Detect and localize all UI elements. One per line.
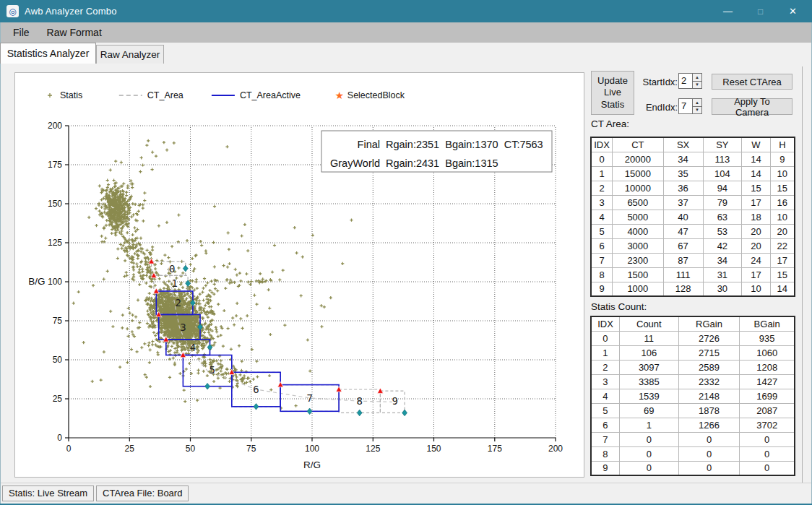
- ct-area-title: CT Area:: [591, 118, 629, 129]
- table-row[interactable]: 115000351041410: [591, 166, 795, 181]
- menu-item-raw-format[interactable]: Raw Format: [38, 22, 111, 43]
- maximize-button[interactable]: □: [744, 0, 777, 22]
- svg-text:100: 100: [48, 277, 62, 287]
- table-row[interactable]: 9000: [591, 461, 795, 475]
- table-cell: 2: [591, 360, 619, 374]
- table-cell: 2332: [678, 374, 740, 389]
- start-idx-down-icon[interactable]: ▼: [692, 82, 702, 90]
- table-cell: 104: [703, 166, 742, 181]
- tab-bar: Statistics AnalyzerRaw Analyzer: [0, 43, 812, 64]
- table-row[interactable]: 2309725891208: [591, 360, 795, 374]
- table-cell: 1: [619, 418, 678, 432]
- column-header-h: H: [770, 137, 795, 152]
- close-button[interactable]: ✕: [777, 0, 809, 22]
- svg-text:175: 175: [488, 444, 502, 454]
- table-cell: 2715: [678, 345, 740, 360]
- table-cell: 3097: [619, 360, 678, 374]
- table-row[interactable]: 21000036941515: [591, 181, 795, 195]
- table-row[interactable]: 3650037791716: [591, 195, 795, 210]
- table-cell: 14: [742, 152, 770, 166]
- table-row[interactable]: 91000128301014: [591, 282, 795, 296]
- svg-text:150: 150: [426, 444, 441, 454]
- statis-count-table: IDXCountRGainBGain 011272693511062715106…: [590, 316, 795, 476]
- table-cell: 63: [703, 210, 742, 224]
- table-cell: 2726: [678, 331, 740, 345]
- table-row[interactable]: 4153921481699: [591, 389, 795, 403]
- table-cell: 17: [742, 195, 770, 210]
- svg-text:CT_AreaActive: CT_AreaActive: [240, 90, 301, 100]
- table-row[interactable]: 7230087342417: [591, 253, 795, 267]
- table-cell: 10: [770, 166, 795, 181]
- end-idx-value[interactable]: 7: [678, 98, 692, 114]
- end-idx-label: EndIdx:: [637, 102, 678, 113]
- table-row[interactable]: 02000034113149: [591, 152, 795, 166]
- table-cell: 14: [770, 282, 795, 296]
- table-row[interactable]: 81500111311715: [591, 267, 795, 282]
- table-cell: 20000: [613, 152, 664, 166]
- title-bar[interactable]: ◎ Awb Analyzer Combo —□✕: [0, 0, 812, 22]
- start-idx-stepper[interactable]: 2 ▲ ▼: [678, 73, 702, 89]
- reset-ctarea-button[interactable]: Reset CTArea: [712, 74, 792, 90]
- table-cell: 22: [770, 238, 795, 253]
- update-live-statis-button[interactable]: Update Live Statis: [591, 71, 634, 115]
- svg-text:Rgain:2431 Bgain:1315: Rgain:2431 Bgain:1315: [386, 157, 498, 169]
- table-cell: 8: [591, 267, 613, 282]
- table-cell: 106: [619, 345, 678, 360]
- table-row[interactable]: 7000: [591, 432, 795, 446]
- table-cell: 4: [591, 389, 619, 403]
- svg-text:75: 75: [53, 316, 63, 326]
- table-cell: 6: [591, 418, 619, 432]
- table-cell: 9: [591, 461, 619, 475]
- table-row[interactable]: 6112663702: [591, 418, 795, 432]
- menu-item-file[interactable]: File: [4, 22, 38, 43]
- selected-block-star-icon: ★: [335, 90, 345, 101]
- awb-scatter-chart: 0123456789002525505075751001001251251501…: [15, 73, 584, 477]
- table-cell: 0: [619, 461, 678, 475]
- table-cell: 5: [591, 224, 613, 238]
- table-cell: 2589: [678, 360, 740, 374]
- end-idx-stepper[interactable]: 7 ▲ ▼: [678, 98, 702, 114]
- table-cell: 4: [591, 210, 613, 224]
- table-row[interactable]: 8000: [591, 446, 795, 461]
- table-row[interactable]: 3338523321427: [591, 374, 795, 389]
- table-cell: 0: [678, 432, 740, 446]
- end-idx-down-icon[interactable]: ▼: [692, 107, 702, 115]
- start-idx-label: StartIdx:: [637, 77, 678, 87]
- svg-text:6: 6: [253, 384, 259, 395]
- table-cell: 10: [742, 282, 770, 296]
- svg-text:Statis: Statis: [60, 90, 82, 100]
- end-idx-up-icon[interactable]: ▲: [692, 98, 702, 107]
- tab-raw-analyzer[interactable]: Raw Analyzer: [96, 45, 164, 64]
- table-cell: 40: [663, 210, 703, 224]
- table-cell: 20: [770, 224, 795, 238]
- table-cell: 1: [591, 345, 619, 360]
- table-row[interactable]: 0112726935: [591, 331, 795, 345]
- column-header-ct: CT: [613, 137, 664, 152]
- svg-text:7: 7: [306, 392, 312, 404]
- column-header-w: W: [742, 137, 770, 152]
- table-cell: 34: [663, 152, 703, 166]
- grid-lines: [69, 126, 556, 438]
- column-header-rgain: RGain: [678, 316, 740, 331]
- table-cell: 1000: [613, 282, 664, 296]
- table-row[interactable]: 5400047532020: [591, 224, 795, 238]
- table-row[interactable]: 4500040631810: [591, 210, 795, 224]
- minimize-button[interactable]: —: [712, 0, 744, 22]
- svg-text:1: 1: [171, 277, 177, 289]
- table-cell: 17: [742, 267, 770, 282]
- table-cell: 3: [591, 195, 613, 210]
- gain-annotation-box: FinalRgain:2351 Bgain:1370 CT:7563GrayWo…: [321, 131, 552, 172]
- table-cell: 3385: [619, 374, 678, 389]
- table-cell: 10000: [613, 181, 664, 195]
- table-cell: 0: [591, 331, 619, 345]
- tab-statistics-analyzer[interactable]: Statistics Analyzer: [0, 43, 96, 64]
- apply-to-camera-button[interactable]: Apply To Camera: [712, 98, 792, 115]
- table-cell: 1427: [740, 374, 795, 389]
- start-idx-up-icon[interactable]: ▲: [692, 73, 702, 82]
- table-row[interactable]: 6300067422022: [591, 238, 795, 253]
- table-row[interactable]: 56918782087: [591, 403, 795, 418]
- table-row[interactable]: 110627151060: [591, 345, 795, 360]
- table-cell: 42: [703, 238, 742, 253]
- app-window: ◎ Awb Analyzer Combo —□✕ FileRaw Format …: [0, 0, 812, 505]
- start-idx-value[interactable]: 2: [678, 73, 692, 89]
